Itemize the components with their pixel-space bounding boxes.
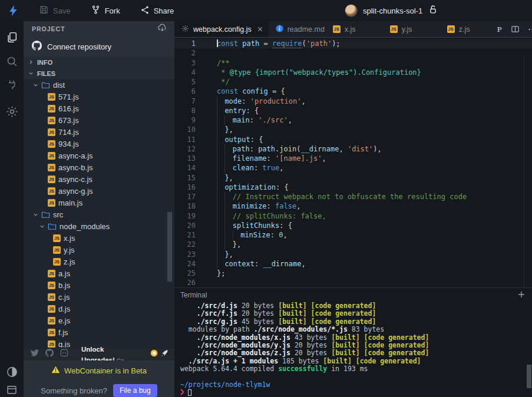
tree-item-main-js[interactable]: JSmain.js — [24, 197, 174, 209]
code-line: 17// Instruct webpack not to obfuscate t… — [174, 192, 532, 201]
code-line: 22}, — [174, 240, 532, 249]
code-line: 15}, — [174, 173, 532, 183]
file-a-bug-button[interactable]: File a bug — [113, 384, 157, 397]
stackblitz-logo-icon[interactable] — [8, 4, 19, 17]
code-line-content: * @type {import("webpack/types").Configu… — [204, 68, 421, 77]
code-line-content: const path = require('path'); — [204, 39, 341, 48]
project-label: PROJECT — [32, 25, 65, 32]
line-number: 2 — [174, 48, 204, 58]
tab-y-js[interactable]: JSy.js — [383, 21, 440, 37]
file-tree-scrollbar[interactable] — [167, 212, 172, 282]
js-file-icon: JS — [48, 270, 55, 277]
line-number: 15 — [174, 173, 204, 183]
code-line-content: path: path.join(__dirname, 'dist'), — [204, 144, 382, 154]
tree-item-x-js[interactable]: JSx.js — [24, 232, 174, 244]
tree-item-label: g.js — [58, 340, 70, 348]
tree-item-label: x.js — [64, 234, 75, 243]
tree-item-e-js[interactable]: JSe.js — [24, 315, 174, 326]
discord-icon[interactable] — [60, 349, 68, 359]
twitter-icon[interactable] — [31, 349, 39, 359]
tree-item-label: b.js — [58, 281, 70, 290]
tree-item-label: y.js — [64, 246, 75, 254]
tab-z-js[interactable]: JSz.js — [440, 21, 497, 37]
info-section-header[interactable]: INFO — [24, 57, 174, 68]
tree-item-a-js[interactable]: JSa.js — [24, 267, 174, 279]
tree-item-async-b-js[interactable]: JSasync-b.js — [24, 161, 174, 173]
github-footer-icon[interactable] — [45, 349, 54, 359]
files-section-header[interactable]: FILES — [24, 68, 174, 79]
tree-item-node-modules[interactable]: node_modules — [24, 220, 174, 232]
code-line-content: }, — [204, 173, 233, 183]
search-icon[interactable] — [5, 55, 18, 68]
code-editor[interactable]: 1const path = require('path');23/**4 * @… — [174, 38, 532, 287]
tree-item-b-js[interactable]: JSb.js — [24, 279, 174, 291]
tree-item-c-js[interactable]: JSc.js — [24, 291, 174, 303]
indent-guide — [217, 144, 224, 154]
tree-item-f-js[interactable]: JSf.js — [24, 326, 174, 338]
tree-item-async-g-js[interactable]: JSasync-g.js — [24, 185, 174, 197]
tab-label: y.js — [402, 25, 412, 34]
prompt-chevron-icon — [180, 389, 184, 397]
code-line: 3/** — [174, 58, 532, 68]
project-name[interactable]: split-chunks-sol-1 — [363, 6, 422, 15]
tree-item-934-js[interactable]: JS934.js — [24, 138, 174, 150]
files-panel-icon[interactable] — [5, 31, 18, 44]
tree-item-616-js[interactable]: JS616.js — [24, 102, 174, 114]
tree-item-z-js[interactable]: JSz.js — [24, 256, 174, 267]
tree-item-673-js[interactable]: JS673.js — [24, 114, 174, 126]
line-number: 25 — [174, 269, 204, 278]
indent-guide — [224, 163, 232, 173]
code-line-content: minimize: false, — [204, 201, 300, 211]
terminal-line: ./src/node_modules/z.js 20 bytes [built]… — [180, 349, 532, 357]
js-file-icon: JS — [48, 176, 55, 183]
code-line: 8entry: { — [174, 106, 532, 115]
indent-guide — [217, 230, 224, 240]
terminal-output[interactable]: ./src/d.js 20 bytes [built] [code genera… — [174, 302, 532, 397]
bottom-panel-icon[interactable] — [5, 383, 18, 396]
social-row: Unlock Upgrades!Go — [24, 348, 174, 360]
astronaut-emoji — [150, 349, 158, 359]
tree-item-src[interactable]: src — [24, 209, 174, 220]
tree-item-714-js[interactable]: JS714.js — [24, 126, 174, 138]
close-tab-icon[interactable] — [257, 25, 263, 34]
tree-item-d-js[interactable]: JSd.js — [24, 303, 174, 315]
tab-x-js[interactable]: JSx.js — [326, 21, 383, 37]
share-button[interactable]: Share — [140, 5, 174, 16]
settings-gear-icon[interactable] — [5, 105, 18, 118]
terminal-scrollbar[interactable] — [527, 365, 531, 388]
code-line-content: filename: '[name].js', — [204, 154, 326, 163]
tree-item-label: async-a.js — [58, 151, 93, 160]
save-button[interactable]: Save — [39, 5, 71, 16]
download-project-icon[interactable] — [157, 23, 167, 35]
avatar[interactable] — [345, 4, 358, 17]
split-editor-icon[interactable] — [511, 25, 520, 34]
editor-scrollbar[interactable] — [524, 55, 524, 287]
tree-item-async-a-js[interactable]: JSasync-a.js — [24, 150, 174, 161]
line-number: 20 — [174, 221, 204, 230]
tree-item-y-js[interactable]: JSy.js — [24, 244, 174, 256]
tab-readme-md[interactable]: readme.md — [269, 21, 326, 37]
fork-button[interactable]: Fork — [91, 5, 120, 16]
add-terminal-icon[interactable] — [518, 290, 525, 300]
code-line-content: const config = { — [204, 87, 285, 96]
indent-guide — [217, 250, 224, 259]
tab-label: webpack.config.js — [193, 25, 252, 34]
tree-item-dist[interactable]: dist — [24, 79, 174, 91]
tree-item-label: f.js — [58, 328, 68, 337]
prettier-icon[interactable]: P — [497, 25, 502, 34]
connect-repository-button[interactable]: Connect repository — [24, 37, 174, 57]
terminal-line — [180, 389, 532, 396]
theme-contrast-icon[interactable] — [5, 365, 18, 378]
more-actions-icon[interactable] — [528, 28, 532, 31]
tree-item-async-c-js[interactable]: JSasync-c.js — [24, 173, 174, 185]
tab-webpack-config-js[interactable]: webpack.config.js — [174, 21, 269, 37]
fork-label: Fork — [105, 6, 120, 15]
code-line: 18minimize: false, — [174, 201, 532, 211]
tree-item-571-js[interactable]: JS571.js — [24, 91, 174, 102]
js-file-icon: JS — [333, 25, 341, 33]
indent-guide — [224, 154, 232, 163]
tree-item-label: 571.js — [58, 92, 79, 101]
unlocked-padlock-icon[interactable] — [428, 4, 438, 17]
code-line-content: splitChunks: { — [204, 221, 292, 230]
ports-plug-icon[interactable] — [5, 78, 18, 91]
